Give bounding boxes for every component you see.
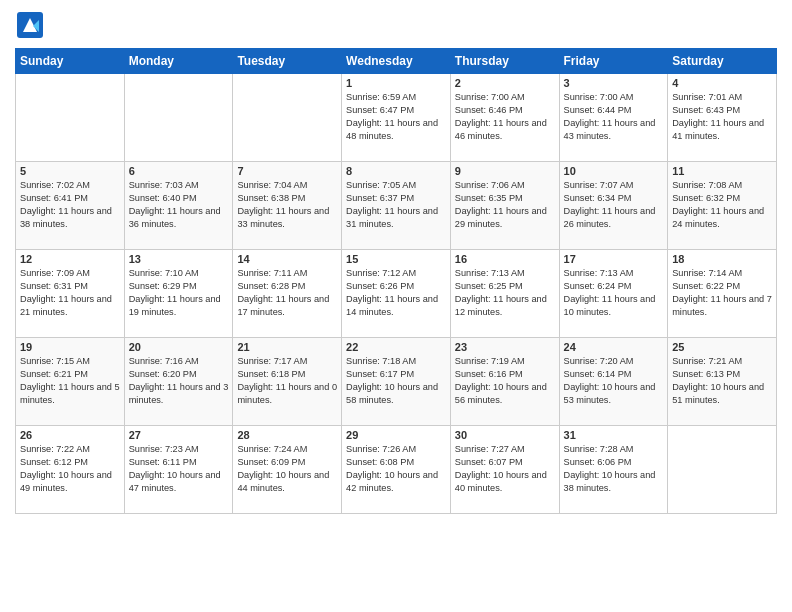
day-number: 2 [455, 77, 555, 89]
day-cell: 3Sunrise: 7:00 AMSunset: 6:44 PMDaylight… [559, 74, 668, 162]
day-cell: 9Sunrise: 7:06 AMSunset: 6:35 PMDaylight… [450, 162, 559, 250]
day-number: 20 [129, 341, 229, 353]
sunrise-text: Sunrise: 7:28 AM [564, 443, 664, 456]
cell-info: Sunrise: 7:02 AMSunset: 6:41 PMDaylight:… [20, 179, 120, 231]
week-row-3: 12Sunrise: 7:09 AMSunset: 6:31 PMDayligh… [16, 250, 777, 338]
sunset-text: Sunset: 6:47 PM [346, 104, 446, 117]
sunrise-text: Sunrise: 7:06 AM [455, 179, 555, 192]
daylight-text: Daylight: 11 hours and 43 minutes. [564, 117, 664, 143]
daylight-text: Daylight: 11 hours and 17 minutes. [237, 293, 337, 319]
day-cell: 22Sunrise: 7:18 AMSunset: 6:17 PMDayligh… [342, 338, 451, 426]
daylight-text: Daylight: 11 hours and 33 minutes. [237, 205, 337, 231]
sunrise-text: Sunrise: 7:20 AM [564, 355, 664, 368]
cell-info: Sunrise: 7:12 AMSunset: 6:26 PMDaylight:… [346, 267, 446, 319]
day-number: 16 [455, 253, 555, 265]
day-number: 26 [20, 429, 120, 441]
day-number: 14 [237, 253, 337, 265]
week-row-4: 19Sunrise: 7:15 AMSunset: 6:21 PMDayligh… [16, 338, 777, 426]
sunrise-text: Sunrise: 7:23 AM [129, 443, 229, 456]
daylight-text: Daylight: 10 hours and 53 minutes. [564, 381, 664, 407]
day-header-wednesday: Wednesday [342, 49, 451, 74]
day-cell [668, 426, 777, 514]
daylight-text: Daylight: 11 hours and 46 minutes. [455, 117, 555, 143]
daylight-text: Daylight: 11 hours and 24 minutes. [672, 205, 772, 231]
week-row-5: 26Sunrise: 7:22 AMSunset: 6:12 PMDayligh… [16, 426, 777, 514]
sunset-text: Sunset: 6:25 PM [455, 280, 555, 293]
day-header-saturday: Saturday [668, 49, 777, 74]
cell-info: Sunrise: 7:26 AMSunset: 6:08 PMDaylight:… [346, 443, 446, 495]
sunset-text: Sunset: 6:14 PM [564, 368, 664, 381]
day-cell: 14Sunrise: 7:11 AMSunset: 6:28 PMDayligh… [233, 250, 342, 338]
cell-info: Sunrise: 7:06 AMSunset: 6:35 PMDaylight:… [455, 179, 555, 231]
cell-info: Sunrise: 7:15 AMSunset: 6:21 PMDaylight:… [20, 355, 120, 407]
day-cell: 16Sunrise: 7:13 AMSunset: 6:25 PMDayligh… [450, 250, 559, 338]
day-cell: 31Sunrise: 7:28 AMSunset: 6:06 PMDayligh… [559, 426, 668, 514]
daylight-text: Daylight: 10 hours and 42 minutes. [346, 469, 446, 495]
sunset-text: Sunset: 6:41 PM [20, 192, 120, 205]
cell-info: Sunrise: 7:08 AMSunset: 6:32 PMDaylight:… [672, 179, 772, 231]
daylight-text: Daylight: 11 hours and 0 minutes. [237, 381, 337, 407]
daylight-text: Daylight: 11 hours and 7 minutes. [672, 293, 772, 319]
daylight-text: Daylight: 10 hours and 47 minutes. [129, 469, 229, 495]
cell-info: Sunrise: 7:17 AMSunset: 6:18 PMDaylight:… [237, 355, 337, 407]
sunset-text: Sunset: 6:26 PM [346, 280, 446, 293]
day-cell: 29Sunrise: 7:26 AMSunset: 6:08 PMDayligh… [342, 426, 451, 514]
cell-info: Sunrise: 7:13 AMSunset: 6:24 PMDaylight:… [564, 267, 664, 319]
week-row-1: 1Sunrise: 6:59 AMSunset: 6:47 PMDaylight… [16, 74, 777, 162]
day-cell: 13Sunrise: 7:10 AMSunset: 6:29 PMDayligh… [124, 250, 233, 338]
day-number: 18 [672, 253, 772, 265]
sunrise-text: Sunrise: 7:08 AM [672, 179, 772, 192]
sunset-text: Sunset: 6:08 PM [346, 456, 446, 469]
daylight-text: Daylight: 10 hours and 40 minutes. [455, 469, 555, 495]
day-number: 29 [346, 429, 446, 441]
days-header-row: SundayMondayTuesdayWednesdayThursdayFrid… [16, 49, 777, 74]
sunrise-text: Sunrise: 6:59 AM [346, 91, 446, 104]
day-header-thursday: Thursday [450, 49, 559, 74]
day-cell: 6Sunrise: 7:03 AMSunset: 6:40 PMDaylight… [124, 162, 233, 250]
sunrise-text: Sunrise: 7:10 AM [129, 267, 229, 280]
daylight-text: Daylight: 11 hours and 19 minutes. [129, 293, 229, 319]
daylight-text: Daylight: 10 hours and 51 minutes. [672, 381, 772, 407]
day-cell [124, 74, 233, 162]
daylight-text: Daylight: 11 hours and 31 minutes. [346, 205, 446, 231]
day-cell: 30Sunrise: 7:27 AMSunset: 6:07 PMDayligh… [450, 426, 559, 514]
sunset-text: Sunset: 6:18 PM [237, 368, 337, 381]
day-number: 7 [237, 165, 337, 177]
day-cell: 24Sunrise: 7:20 AMSunset: 6:14 PMDayligh… [559, 338, 668, 426]
sunrise-text: Sunrise: 7:04 AM [237, 179, 337, 192]
cell-info: Sunrise: 7:28 AMSunset: 6:06 PMDaylight:… [564, 443, 664, 495]
day-cell [16, 74, 125, 162]
sunrise-text: Sunrise: 7:02 AM [20, 179, 120, 192]
daylight-text: Daylight: 10 hours and 56 minutes. [455, 381, 555, 407]
sunrise-text: Sunrise: 7:18 AM [346, 355, 446, 368]
day-cell: 19Sunrise: 7:15 AMSunset: 6:21 PMDayligh… [16, 338, 125, 426]
day-number: 9 [455, 165, 555, 177]
cell-info: Sunrise: 7:04 AMSunset: 6:38 PMDaylight:… [237, 179, 337, 231]
day-cell: 20Sunrise: 7:16 AMSunset: 6:20 PMDayligh… [124, 338, 233, 426]
day-cell: 11Sunrise: 7:08 AMSunset: 6:32 PMDayligh… [668, 162, 777, 250]
daylight-text: Daylight: 10 hours and 38 minutes. [564, 469, 664, 495]
sunrise-text: Sunrise: 7:16 AM [129, 355, 229, 368]
day-number: 11 [672, 165, 772, 177]
day-header-friday: Friday [559, 49, 668, 74]
calendar-page: SundayMondayTuesdayWednesdayThursdayFrid… [0, 0, 792, 612]
sunrise-text: Sunrise: 7:26 AM [346, 443, 446, 456]
sunrise-text: Sunrise: 7:05 AM [346, 179, 446, 192]
sunset-text: Sunset: 6:17 PM [346, 368, 446, 381]
sunset-text: Sunset: 6:34 PM [564, 192, 664, 205]
day-number: 21 [237, 341, 337, 353]
day-number: 30 [455, 429, 555, 441]
day-cell: 23Sunrise: 7:19 AMSunset: 6:16 PMDayligh… [450, 338, 559, 426]
cell-info: Sunrise: 7:22 AMSunset: 6:12 PMDaylight:… [20, 443, 120, 495]
sunset-text: Sunset: 6:16 PM [455, 368, 555, 381]
day-number: 4 [672, 77, 772, 89]
day-number: 23 [455, 341, 555, 353]
sunrise-text: Sunrise: 7:13 AM [455, 267, 555, 280]
day-number: 15 [346, 253, 446, 265]
day-cell: 28Sunrise: 7:24 AMSunset: 6:09 PMDayligh… [233, 426, 342, 514]
sunset-text: Sunset: 6:32 PM [672, 192, 772, 205]
day-number: 6 [129, 165, 229, 177]
sunrise-text: Sunrise: 7:12 AM [346, 267, 446, 280]
sunset-text: Sunset: 6:29 PM [129, 280, 229, 293]
cell-info: Sunrise: 7:00 AMSunset: 6:46 PMDaylight:… [455, 91, 555, 143]
